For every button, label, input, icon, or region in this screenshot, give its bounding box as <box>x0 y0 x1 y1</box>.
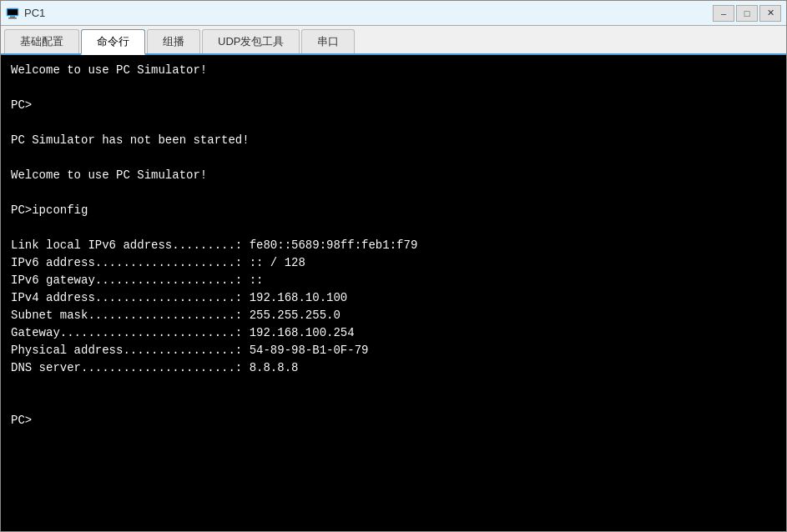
tab-udp-tool[interactable]: UDP发包工具 <box>202 29 300 53</box>
pc-icon <box>6 7 19 20</box>
minimize-button[interactable]: – <box>713 5 734 22</box>
window-title: PC1 <box>24 7 45 19</box>
tab-serial[interactable]: 串口 <box>301 29 355 53</box>
svg-rect-3 <box>8 9 18 15</box>
svg-rect-1 <box>10 16 15 18</box>
title-bar-controls: – □ ✕ <box>713 5 781 22</box>
title-bar: PC1 – □ ✕ <box>1 1 786 26</box>
svg-rect-2 <box>8 18 17 19</box>
close-button[interactable]: ✕ <box>759 5 781 22</box>
tab-command-line[interactable]: 命令行 <box>81 29 145 55</box>
restore-button[interactable]: □ <box>736 5 758 22</box>
tab-basic-config[interactable]: 基础配置 <box>4 29 79 53</box>
main-window: PC1 – □ ✕ 基础配置 命令行 组播 UDP发包工具 串口 Welcome… <box>0 0 787 532</box>
terminal-output[interactable]: Welcome to use PC Simulator! PC> PC Simu… <box>1 55 786 531</box>
title-bar-left: PC1 <box>6 7 45 20</box>
tab-multicast[interactable]: 组播 <box>147 29 200 53</box>
tab-bar: 基础配置 命令行 组播 UDP发包工具 串口 <box>1 26 786 55</box>
